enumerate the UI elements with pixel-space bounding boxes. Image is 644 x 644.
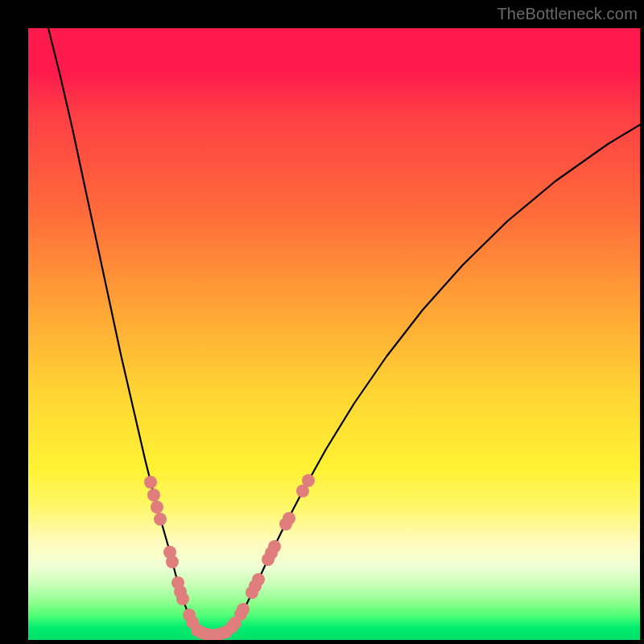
svg-point-29 (283, 512, 295, 525)
svg-point-1 (147, 489, 160, 502)
svg-point-5 (166, 555, 179, 568)
svg-point-27 (268, 540, 281, 553)
svg-point-31 (302, 474, 315, 487)
curve-svg (28, 28, 640, 640)
svg-point-24 (252, 573, 265, 586)
chart-frame: TheBottleneck.com (0, 0, 644, 644)
plot-area (28, 28, 640, 640)
svg-point-3 (154, 513, 167, 526)
svg-point-0 (144, 476, 157, 489)
svg-point-21 (237, 603, 250, 616)
svg-point-2 (151, 501, 163, 514)
svg-point-8 (176, 592, 189, 605)
watermark-text: TheBottleneck.com (497, 5, 638, 23)
